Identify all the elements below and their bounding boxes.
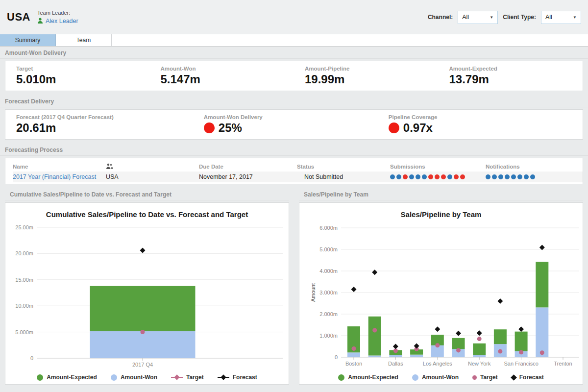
blue-status-dot: [492, 174, 497, 179]
svg-text:Amount: Amount: [310, 283, 316, 302]
team-leader-block: Team Leader: Alex Leader: [37, 9, 78, 25]
svg-text:15.00m: 15.00m: [15, 277, 33, 283]
team-leader-link[interactable]: Alex Leader: [46, 18, 78, 24]
legend-marker-icon: [171, 375, 183, 380]
chart-title: Sales/Pipeline by Team: [299, 203, 583, 224]
legend-marker-icon: [111, 374, 117, 381]
client-type-select[interactable]: All ▼: [541, 11, 581, 24]
kpi-amount-won-delivery: Amount-Won Delivery 25%: [193, 114, 378, 139]
kpi-label: Amount-Won: [161, 66, 294, 72]
section-title-amount-won-delivery: Amount-Won Delivery: [0, 47, 588, 59]
blue-status-dot: [498, 174, 503, 179]
forecast-name-link[interactable]: 2017 Year (Financial) Forecast: [13, 173, 96, 180]
page-title: USA: [7, 11, 30, 24]
legend-marker-icon: [338, 374, 344, 381]
legend-marker-icon: [511, 374, 517, 381]
legend-label: Amount-Expected: [348, 374, 398, 381]
legend-label: Forecast: [233, 374, 257, 381]
svg-text:6.000m: 6.000m: [319, 225, 338, 231]
kpi-value: 25%: [219, 122, 242, 134]
kpi-label: Amount-Expected: [449, 66, 583, 72]
submissions-dots: [390, 172, 486, 182]
notifications-dots: [486, 172, 583, 182]
top-header: USA Team Leader: Alex Leader Channel: Al…: [0, 0, 588, 34]
process-table-header: Name Due Date Status Submissions Notific…: [13, 162, 583, 172]
kpi-value: 0.97x: [403, 122, 433, 134]
kpi-pipeline-coverage: Pipeline Coverage 0.97x: [378, 114, 583, 139]
red-status-dot: [441, 174, 446, 179]
channel-select[interactable]: All ▼: [458, 11, 498, 24]
column-header-status: Status: [297, 164, 390, 170]
forecast-delivery-card: Forecast (2017 Q4 Quarter Forecast) 20.6…: [5, 109, 583, 140]
kpi-label: Target: [16, 66, 150, 72]
legend-marker-icon: [412, 374, 418, 381]
tab-bar: Summary Team: [0, 34, 588, 47]
due-date-cell: November 17, 2017: [199, 172, 297, 182]
dropdown-caret-icon: ▼: [573, 15, 577, 20]
dropdown-caret-icon: ▼: [490, 15, 493, 20]
legend-item-amount-won: Amount-Won: [111, 374, 157, 381]
kpi-label: Pipeline Coverage: [389, 114, 583, 120]
charts-row: Cumulative Sales/Pipeline to Date vs. Fo…: [0, 188, 588, 385]
dashboard-page: USA Team Leader: Alex Leader Channel: Al…: [0, 0, 588, 392]
svg-text:1.000m: 1.000m: [319, 333, 338, 339]
svg-text:2.000m: 2.000m: [319, 311, 338, 317]
legend-item-amount-expected: Amount-Expected: [338, 374, 398, 381]
chart-title: Cumulative Sales/Pipeline to Date vs. Fo…: [5, 203, 289, 224]
chart-legend: Amount-ExpectedAmount-WonTargetForecast: [299, 369, 583, 385]
legend-label: Forecast: [519, 374, 544, 381]
legend-item-target: Target: [472, 374, 498, 381]
team-leader-label: Team Leader:: [37, 10, 78, 16]
blue-status-dot: [511, 174, 516, 179]
person-icon: [37, 17, 43, 25]
chart-legend: Amount-ExpectedAmount-WonTargetForecast: [5, 369, 289, 385]
blue-status-dot: [524, 174, 529, 179]
svg-text:Dallas: Dallas: [388, 361, 403, 367]
legend-marker-icon: [218, 375, 229, 380]
svg-text:Los Angeles: Los Angeles: [423, 361, 452, 367]
chart-section-by-team: Sales/Pipeline by Team Sales/Pipeline by…: [299, 188, 583, 385]
svg-text:5.000m: 5.000m: [319, 246, 338, 252]
blue-status-dot: [416, 174, 420, 179]
svg-text:3.000m: 3.000m: [319, 290, 338, 295]
kpi-label: Amount-Won Delivery: [204, 114, 378, 120]
blue-status-dot: [409, 174, 414, 179]
red-status-dot: [454, 174, 459, 179]
legend-item-amount-won: Amount-Won: [412, 374, 459, 381]
legend-item-forecast: Forecast: [218, 374, 257, 381]
tab-summary[interactable]: Summary: [0, 34, 56, 46]
legend-item-target: Target: [171, 374, 204, 381]
kpi-target: Target 5.010m: [5, 66, 150, 91]
filters: Channel: All ▼ Client Type: All ▼: [428, 11, 581, 24]
blue-status-dot: [390, 174, 395, 179]
blue-status-dot: [422, 174, 427, 179]
blue-status-dot: [396, 174, 401, 179]
chart-canvas: 6.000m5.000m4.000m3.000m2.000m1.000m0Bos…: [299, 224, 583, 369]
legend-marker-icon: [37, 374, 43, 381]
column-header-due-date: Due Date: [199, 164, 297, 170]
chart-section-cumulative: Cumulative Sales/Pipeline to Date vs. Fo…: [5, 188, 289, 385]
column-header-submissions: Submissions: [390, 164, 486, 170]
blue-status-dot: [505, 174, 510, 179]
legend-marker-icon: [472, 375, 477, 380]
svg-text:4.000m: 4.000m: [319, 268, 338, 274]
legend-label: Amount-Expected: [47, 374, 97, 381]
red-status-dot: [460, 174, 465, 179]
column-header-notifications: Notifications: [486, 164, 583, 170]
svg-text:10.00m: 10.00m: [15, 303, 33, 309]
legend-item-amount-expected: Amount-Expected: [37, 374, 97, 381]
kpi-label: Forecast (2017 Q4 Quarter Forecast): [16, 114, 193, 120]
status-indicator-dot: [389, 122, 399, 133]
red-status-dot: [403, 174, 408, 179]
tab-team[interactable]: Team: [56, 34, 112, 46]
kpi-value: 19.99m: [305, 73, 439, 86]
amount-won-delivery-card: Target 5.010m Amount-Won 5.147m Amount-P…: [5, 61, 583, 91]
channel-filter-label: Channel:: [428, 14, 453, 21]
client-type-filter-label: Client Type:: [503, 14, 536, 21]
svg-text:Trenton: Trenton: [554, 361, 572, 367]
blue-status-dot: [486, 174, 490, 179]
group-icon: [106, 163, 199, 170]
blue-status-dot: [530, 174, 535, 179]
kpi-amount-expected: Amount-Expected 13.79m: [439, 66, 583, 91]
svg-text:San Francisco: San Francisco: [504, 361, 538, 367]
